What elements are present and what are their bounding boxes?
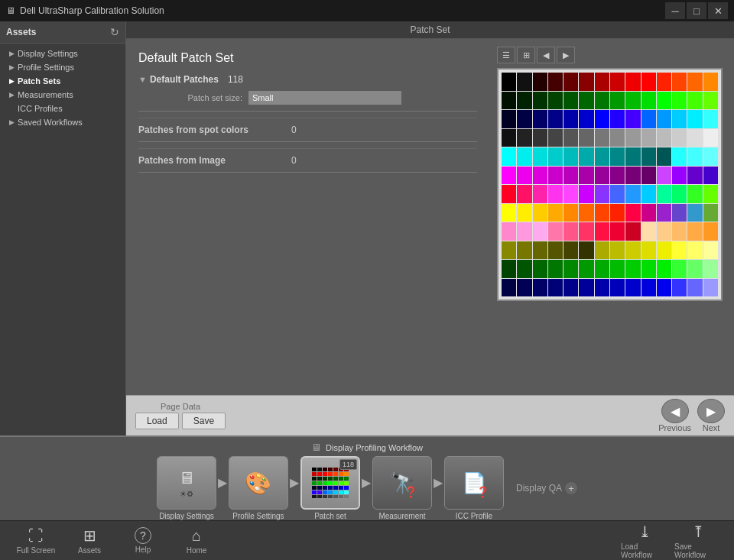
patch-cell (610, 279, 625, 297)
patch-cell (548, 279, 563, 297)
default-patches-section: ▼ Default Patches 118 (138, 74, 477, 85)
load-button[interactable]: Load (135, 413, 179, 429)
spot-colors-value: 0 (291, 125, 297, 135)
patch-next-button[interactable]: ▶ (557, 47, 575, 63)
patch-cell (610, 92, 625, 110)
full-screen-button[interactable]: ⛶ Full Screen (9, 524, 63, 558)
patch-cell (625, 73, 640, 91)
sidebar-item-measurements[interactable]: ▶ Measurements (0, 88, 125, 102)
patch-cell (625, 110, 640, 128)
sidebar-item-saved-workflows[interactable]: ▶ Saved Workflows (0, 115, 125, 129)
patch-cell (579, 147, 593, 166)
sidebar: Assets ↻ ▶ Display Settings ▶ Profile Se… (0, 21, 126, 435)
sidebar-item-patch-sets[interactable]: ▶ Patch Sets (0, 74, 125, 88)
patch-cell (579, 73, 593, 91)
patch-cell (563, 185, 578, 203)
patch-cell (517, 222, 531, 241)
sidebar-items: ▶ Display Settings ▶ Profile Settings ▶ … (0, 44, 125, 132)
patch-cell (687, 204, 702, 222)
wf-profile-settings-button[interactable]: 🎨 (229, 456, 288, 510)
previous-button[interactable]: ◀ (661, 399, 689, 423)
default-patches-value: 118 (228, 74, 243, 85)
patch-cell (548, 241, 563, 260)
sidebar-item-icc-profiles[interactable]: ▶ ICC Profiles (0, 102, 125, 115)
app-title: Dell UltraSharp Calibration Solution (20, 5, 164, 16)
patch-cell (563, 110, 578, 128)
wf-icc-profile-button[interactable]: 📄 ❓ (444, 456, 504, 510)
bottom-toolbar: ⛶ Full Screen ⊞ Assets ? Help ⌂ Home ⤓ L… (0, 520, 734, 560)
patch-cell (703, 279, 718, 297)
sidebar-item-profile-settings[interactable]: ▶ Profile Settings (0, 60, 125, 74)
patch-cell (502, 92, 516, 110)
save-button[interactable]: Save (182, 413, 226, 429)
close-button[interactable]: ✕ (708, 2, 728, 19)
maximize-button[interactable]: □ (687, 2, 706, 19)
patch-cell (595, 147, 609, 166)
patch-cell (579, 167, 593, 185)
patch-cell (502, 147, 516, 166)
patch-cell (502, 167, 516, 185)
patch-list-view-button[interactable]: ☰ (497, 47, 515, 63)
wf-display-settings-button[interactable]: 🖥 ☀⚙ (157, 456, 216, 510)
wf-icc-profile-label: ICC Profile (456, 512, 492, 520)
patch-cell (641, 73, 656, 91)
patch-cell (672, 204, 687, 222)
patch-cell (657, 204, 671, 222)
patch-cell (595, 260, 609, 278)
load-workflow-label: Load Workflow (621, 542, 668, 559)
refresh-button[interactable]: ↻ (110, 26, 119, 38)
patch-cell (657, 222, 671, 241)
patch-cell (548, 185, 563, 203)
page-data-label: Page Data (135, 402, 226, 411)
home-button[interactable]: ⌂ Home (170, 524, 223, 558)
default-patches-label: Default Patches (150, 74, 219, 85)
patch-cell (563, 241, 578, 260)
qa-add-button[interactable]: + (565, 482, 577, 494)
minimize-button[interactable]: ─ (665, 2, 685, 19)
patch-cell (610, 241, 625, 260)
patch-grid-view-button[interactable]: ⊞ (517, 47, 535, 63)
patch-cell (548, 129, 563, 147)
patch-cell (610, 260, 625, 278)
load-save-buttons: Load Save (135, 413, 226, 429)
save-workflow-button[interactable]: ⤒ Save Workflow (671, 520, 725, 561)
patch-cell (641, 222, 656, 241)
patch-cell (687, 147, 702, 166)
patch-cell (517, 92, 531, 110)
collapse-arrow-button[interactable]: ▼ (138, 75, 147, 84)
patch-cell (595, 167, 609, 185)
patch-cell (517, 241, 531, 260)
patch-cell (610, 167, 625, 185)
patch-toolbar: ☰ ⊞ ◀ ▶ (497, 47, 726, 63)
patch-cell (703, 260, 718, 278)
patch-cell (672, 129, 687, 147)
patch-cell (595, 279, 609, 297)
patch-set-size-select[interactable]: Small Medium Large Custom (248, 91, 401, 105)
patch-cell (548, 110, 563, 128)
patch-cell (657, 185, 671, 203)
sidebar-item-display-settings[interactable]: ▶ Display Settings (0, 47, 125, 60)
wf-measurement-button[interactable]: 🔭 ❓ (372, 456, 432, 510)
patch-cell (625, 167, 640, 185)
image-patches-label: Patches from Image (138, 155, 291, 166)
patch-cell (672, 222, 687, 241)
load-workflow-button[interactable]: ⤓ Load Workflow (618, 520, 671, 561)
wf-measurement-label: Measurement (378, 512, 425, 520)
patch-cell (579, 185, 593, 203)
previous-nav-item: ◀ Previous (658, 399, 691, 432)
wf-patch-set-label: Patch set (314, 512, 346, 520)
navigation-buttons: ◀ Previous ▶ Next (658, 399, 725, 432)
assets-button[interactable]: ⊞ Assets (63, 523, 116, 558)
patch-prev-button[interactable]: ◀ (537, 47, 555, 63)
next-nav-item: ▶ Next (697, 399, 725, 432)
patch-cell (533, 185, 547, 203)
patch-cell (533, 73, 547, 91)
patch-cell (641, 147, 656, 166)
patch-cell (533, 222, 547, 241)
patch-cell (548, 92, 563, 110)
help-button[interactable]: ? Help (116, 524, 170, 557)
wf-patch-set-button[interactable]: 118 (300, 456, 360, 510)
next-button[interactable]: ▶ (697, 399, 725, 423)
patch-cell (563, 92, 578, 110)
patch-cell (517, 167, 531, 185)
